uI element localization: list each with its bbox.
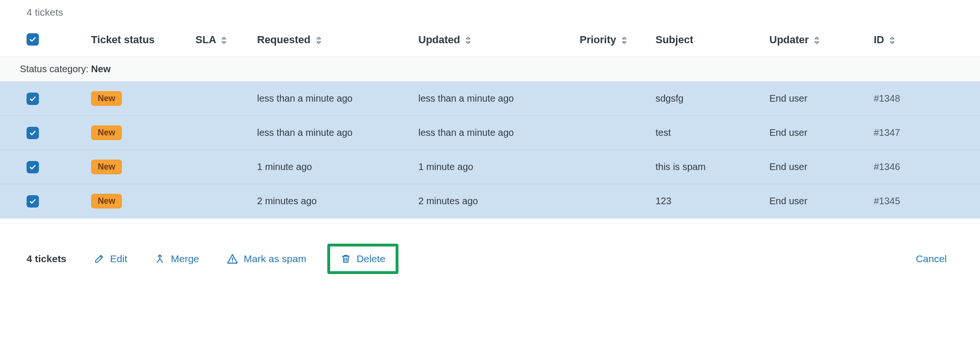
row-checkbox[interactable] [27, 195, 39, 208]
status-badge: New [91, 160, 122, 174]
header-subject-label: Subject [656, 34, 693, 46]
cell-id: #1346 [868, 150, 980, 184]
delete-highlight: Delete [327, 244, 399, 274]
table-row[interactable]: New less than a minute ago less than a m… [0, 116, 980, 150]
cell-sla [190, 184, 251, 218]
tickets-table: Ticket status SLA Requested Updated Prio… [0, 27, 980, 218]
cell-updated: less than a minute ago [413, 82, 574, 116]
cell-subject: 123 [650, 184, 764, 218]
sort-icon [621, 36, 628, 45]
header-updated[interactable]: Updated [413, 27, 574, 57]
table-row[interactable]: New 2 minutes ago 2 minutes ago 123 End … [0, 184, 980, 218]
header-sla[interactable]: SLA [190, 27, 251, 57]
cell-updated: 1 minute ago [413, 150, 574, 184]
header-select-all [0, 27, 85, 57]
selected-count: 4 tickets [27, 253, 66, 265]
header-updater[interactable]: Updater [764, 27, 868, 57]
cell-sla [190, 150, 251, 184]
cell-updated: 2 minutes ago [413, 184, 574, 218]
edit-button[interactable]: Edit [87, 248, 134, 269]
merge-button[interactable]: Merge [148, 248, 206, 269]
header-requested[interactable]: Requested [251, 27, 413, 57]
header-id[interactable]: ID [868, 27, 980, 57]
group-value: New [91, 64, 111, 74]
cancel-button[interactable]: Cancel [909, 248, 953, 269]
delete-button[interactable]: Delete [334, 248, 392, 269]
table-header-row: Ticket status SLA Requested Updated Prio… [0, 27, 980, 57]
cell-updater: End user [764, 184, 868, 218]
sort-icon [315, 36, 322, 45]
cell-id: #1348 [868, 82, 980, 116]
cell-updated: less than a minute ago [413, 116, 574, 150]
row-checkbox[interactable] [27, 93, 39, 105]
cell-priority [574, 150, 650, 184]
ticket-list-view: 4 tickets Ticket status SLA Requested [0, 0, 980, 284]
header-subject[interactable]: Subject [650, 27, 764, 57]
edit-label: Edit [110, 253, 127, 265]
cell-requested: less than a minute ago [251, 82, 413, 116]
header-id-label: ID [874, 34, 884, 46]
cell-sla [190, 116, 251, 150]
cell-subject: this is spam [650, 150, 764, 184]
header-updated-label: Updated [418, 34, 460, 46]
merge-label: Merge [171, 253, 199, 265]
sort-icon [814, 36, 820, 45]
mark-as-spam-button[interactable]: Mark as spam [220, 248, 313, 269]
cell-requested: 1 minute ago [251, 150, 413, 184]
row-checkbox[interactable] [27, 127, 39, 139]
header-priority-label: Priority [580, 34, 616, 46]
group-label: Status category: [20, 64, 91, 74]
cell-updater: End user [764, 150, 868, 184]
header-priority[interactable]: Priority [574, 27, 650, 57]
cell-requested: less than a minute ago [251, 116, 413, 150]
trash-icon [341, 253, 351, 265]
sort-icon [465, 36, 472, 45]
cell-priority [574, 184, 650, 218]
cell-subject: test [650, 116, 764, 150]
cell-priority [574, 116, 650, 150]
header-updater-label: Updater [769, 34, 809, 46]
cell-priority [574, 82, 650, 116]
header-requested-label: Requested [257, 34, 310, 46]
cell-updater: End user [764, 82, 868, 116]
merge-icon [155, 254, 165, 264]
sort-icon [221, 36, 227, 45]
table-row[interactable]: New 1 minute ago 1 minute ago this is sp… [0, 150, 980, 184]
row-checkbox[interactable] [27, 161, 39, 173]
header-ticket-status[interactable]: Ticket status [85, 27, 190, 57]
pencil-icon [94, 254, 104, 264]
status-badge: New [91, 91, 122, 106]
cell-updater: End user [764, 116, 868, 150]
header-sla-label: SLA [195, 34, 216, 46]
status-badge: New [91, 194, 122, 208]
svg-point-0 [232, 261, 233, 262]
cell-id: #1345 [868, 184, 980, 218]
group-header-row: Status category: New [0, 57, 980, 82]
bulk-action-bar: 4 tickets Edit Merge Mark as spam [0, 223, 980, 284]
sort-icon [889, 36, 896, 45]
warning-triangle-icon [227, 253, 238, 265]
cell-requested: 2 minutes ago [251, 184, 413, 218]
select-all-checkbox[interactable] [27, 33, 39, 46]
cell-id: #1347 [868, 116, 980, 150]
cell-subject: sdgsfg [650, 82, 764, 116]
mark-as-spam-label: Mark as spam [244, 253, 306, 265]
header-ticket-status-label: Ticket status [91, 34, 155, 46]
table-row[interactable]: New less than a minute ago less than a m… [0, 82, 980, 116]
cell-sla [190, 82, 251, 116]
ticket-count-label: 4 tickets [0, 0, 980, 27]
delete-label: Delete [357, 253, 386, 265]
status-badge: New [91, 125, 122, 140]
